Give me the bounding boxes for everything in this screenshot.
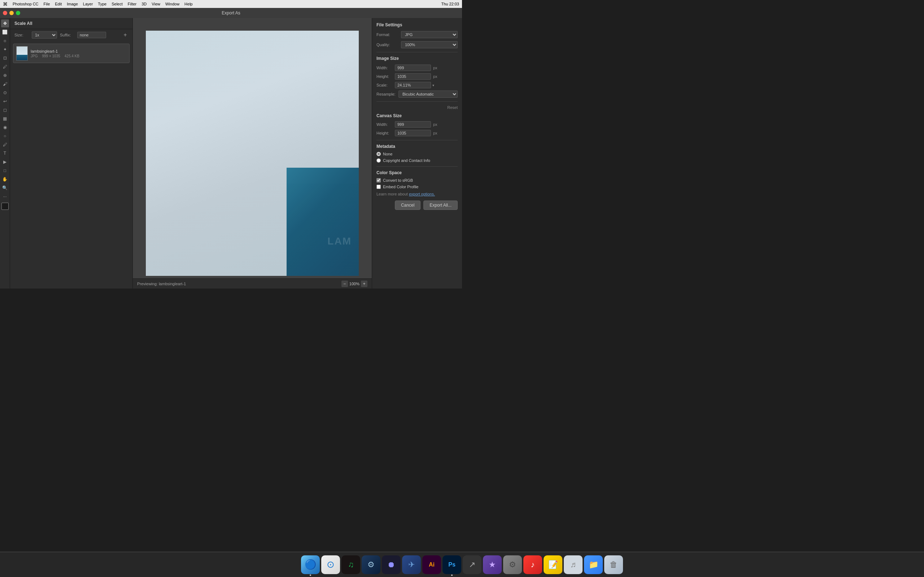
canvas-content: LAM [146,31,359,276]
quality-row: Quality: 100% 90% 80% 70% [376,41,458,48]
preview-label: Previewing: lambsingleart-1 [137,282,186,286]
close-button[interactable] [3,11,7,15]
left-toolbar: ✥ ⬜ ⌾ ✦ ⊡ 🖊 ⊕ 🖌 ⊙ ↩ ◻ ▦ ◉ ○ 🖊 T ▶ □ ✋ 🔍 … [0,18,10,288]
more-tools[interactable]: ··· [1,193,9,200]
format-label: Format: [376,32,398,37]
height-input[interactable] [395,73,431,80]
canvas-teal-overlay: LAM [287,168,359,276]
menu-edit[interactable]: Edit [55,2,62,6]
height-label: Height: [376,74,393,79]
menu-type[interactable]: Type [98,2,107,6]
menu-select[interactable]: Select [111,2,123,6]
file-settings-title: File Settings [376,23,458,27]
canvas-area: LAM Previewing: lambsingleart-1 − 100% + [133,18,372,288]
brush-tool[interactable]: 🖌 [1,80,9,88]
scale-percent-row: Scale: ▾ [376,82,458,89]
traffic-lights [3,11,20,15]
file-name: lambsingleart-1 [31,49,126,53]
width-label: Width: [376,66,393,70]
maximize-button[interactable] [16,11,20,15]
apple-menu[interactable]: ⌘ [3,2,8,7]
reset-button[interactable]: Reset [447,105,458,110]
menu-window[interactable]: Window [165,2,179,6]
scale-label: Scale: [376,83,393,87]
canvas-width-unit: px [433,122,438,127]
file-dimensions: 999 × 1035 [42,54,60,58]
file-info: lambsingleart-1 JPG 999 × 1035 425.4 KB [31,49,126,58]
pen-tool[interactable]: 🖊 [1,141,9,148]
foreground-color[interactable] [2,203,9,210]
height-unit: px [433,74,438,79]
scale-input-container: ▾ [395,82,458,89]
file-meta: JPG 999 × 1035 425.4 KB [31,54,126,58]
healing-tool[interactable]: ⊕ [1,71,9,79]
right-panel: File Settings Format: JPG PNG GIF SVG We… [372,18,462,288]
canvas-text-overlay: LAM [327,235,352,247]
titlebar: Export As [0,8,462,18]
format-select[interactable]: JPG PNG GIF SVG WebP [401,31,458,38]
menu-layer[interactable]: Layer [83,2,93,6]
color-space-title: Color Space [376,170,458,175]
add-scale-button[interactable]: + [122,32,128,38]
scale-input[interactable] [395,82,431,89]
move-tool[interactable]: ✥ [1,19,9,27]
width-input[interactable] [395,64,431,71]
menu-filter[interactable]: Filter [128,2,136,6]
dodge-tool[interactable]: ○ [1,132,9,140]
resample-label: Resample: [376,92,396,96]
width-unit: px [433,66,438,70]
bottom-buttons: Cancel Export All... [376,200,458,210]
convert-srgb-checkbox[interactable] [376,178,381,182]
magic-wand-tool[interactable]: ✦ [1,45,9,53]
menu-view[interactable]: View [152,2,160,6]
quality-select[interactable]: 100% 90% 80% 70% [401,41,458,48]
menubar: ⌘ Photoshop CC File Edit Image Layer Typ… [0,0,462,8]
canvas-width-input[interactable] [395,121,431,128]
size-label: Size: [15,33,29,37]
menu-image[interactable]: Image [67,2,78,6]
eyedropper-tool[interactable]: 🖊 [1,63,9,71]
zoom-in-button[interactable]: + [361,280,367,287]
menu-help[interactable]: Help [184,2,193,6]
canvas-height-unit: px [433,131,438,135]
quality-label: Quality: [376,43,398,47]
lasso-tool[interactable]: ⌾ [1,37,9,45]
metadata-none-radio[interactable] [376,152,381,156]
metadata-title: Metadata [376,144,458,149]
file-format: JPG [31,54,37,58]
crop-tool[interactable]: ⊡ [1,54,9,62]
minimize-button[interactable] [10,11,14,15]
suffix-label: Suffix: [60,33,74,37]
shape-tool[interactable]: □ [1,167,9,174]
history-tool[interactable]: ↩ [1,97,9,105]
export-all-button[interactable]: Export All... [423,200,458,210]
clone-tool[interactable]: ⊙ [1,89,9,97]
menu-file[interactable]: File [44,2,50,6]
eraser-tool[interactable]: ◻ [1,106,9,114]
suffix-input[interactable] [77,32,106,38]
blur-tool[interactable]: ◉ [1,123,9,131]
scale-chevron-icon[interactable]: ▾ [432,83,434,87]
marquee-tool[interactable]: ⬜ [1,28,9,36]
scale-select[interactable]: 1x 2x 3x [32,31,57,39]
embed-color-checkbox[interactable] [376,185,381,189]
gradient-tool[interactable]: ▦ [1,115,9,122]
file-size: 425.4 KB [65,54,79,58]
metadata-copyright-radio[interactable] [376,158,381,163]
scale-panel: Scale All Size: 1x 2x 3x Suffix: + lambs… [10,18,133,288]
zoom-controls: − 100% + [341,280,367,287]
height-row: Height: px [376,73,458,80]
zoom-tool[interactable]: 🔍 [1,184,9,192]
text-tool[interactable]: T [1,149,9,157]
canvas-height-input[interactable] [395,130,431,136]
cancel-button[interactable]: Cancel [395,200,420,210]
path-select-tool[interactable]: ▶ [1,158,9,166]
resample-select[interactable]: Bicubic Automatic Bicubic Sharper Bicubi… [399,90,458,98]
file-item[interactable]: lambsingleart-1 JPG 999 × 1035 425.4 KB [13,44,129,63]
export-options-anchor[interactable]: export options. [409,192,435,196]
menu-3d[interactable]: 3D [142,2,147,6]
zoom-out-button[interactable]: − [341,280,348,287]
embed-color-label: Embed Color Profile [383,185,418,189]
hand-tool[interactable]: ✋ [1,175,9,183]
scale-all-header: Scale All [10,18,132,29]
